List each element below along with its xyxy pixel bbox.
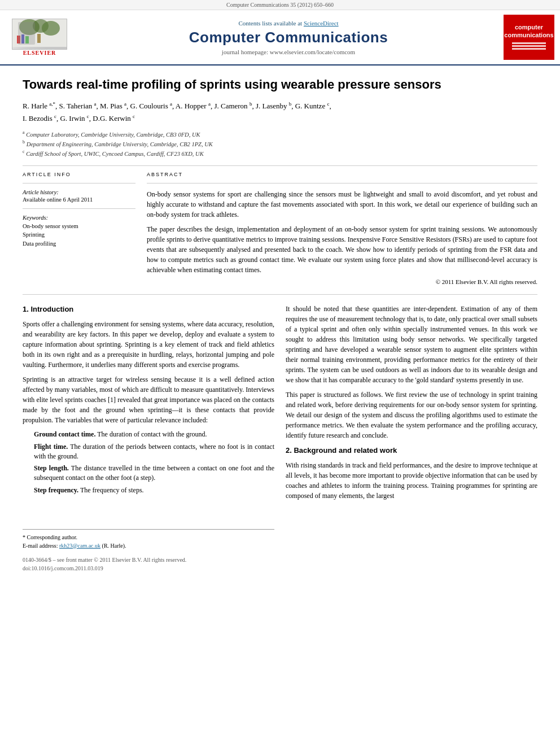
affiliations: a Computer Laboratory, Cambridge Univers… <box>23 129 537 159</box>
journal-reference-bar: Computer Communications 35 (2012) 650–66… <box>0 0 560 10</box>
journal-center: Contents lists available at ScienceDirec… <box>73 20 504 55</box>
divider-abstract <box>147 183 537 184</box>
def-step-length: The distance travelled in the time betwe… <box>34 464 274 482</box>
def-step-frequency: The frequency of steps. <box>80 486 144 494</box>
divider-keywords <box>23 208 135 209</box>
term-step-length: Step length. <box>34 464 69 472</box>
journal-homepage: journal homepage: www.elsevier.com/locat… <box>73 49 504 55</box>
divider-article-info <box>23 183 135 184</box>
info-abstract-section: ARTICLE INFO Article history: Available … <box>23 172 537 285</box>
email-person: (R. Harle). <box>102 543 126 549</box>
keyword-1: On-body sensor system <box>23 222 135 231</box>
article-info-label: ARTICLE INFO <box>23 172 135 177</box>
svg-rect-5 <box>17 36 20 43</box>
def-flight-time: The duration of the periods between cont… <box>34 443 274 460</box>
body-content: 1. Introduction Sports offer a challengi… <box>23 304 537 573</box>
def-ground-contact: The duration of contact with the ground. <box>97 430 207 438</box>
section2-heading: 2. Background and related work <box>286 445 537 456</box>
bottom-info: 0140-3664/$ – see front matter © 2011 El… <box>23 556 274 573</box>
list-item-ground-contact: Ground contact time. The duration of con… <box>34 430 274 439</box>
authors-line: R. Harle a,*, S. Taherian a, M. Pias a, … <box>23 100 537 125</box>
svg-rect-7 <box>25 36 29 43</box>
list-item-step-length: Step length. The distance travelled in t… <box>34 464 274 483</box>
list-item-step-frequency: Step frequency. The frequency of steps. <box>34 486 274 495</box>
elsevier-text: ELSEVIER <box>23 50 56 56</box>
elsevier-image <box>12 19 67 50</box>
term-step-frequency: Step frequency. <box>34 486 78 494</box>
svg-point-3 <box>42 21 60 36</box>
affiliation-b: b Department of Engineering, Cambridge U… <box>23 139 537 148</box>
corresponding-note: * Corresponding author. <box>23 533 274 541</box>
available-online: Available online 6 April 2011 <box>23 196 135 203</box>
section1-para-2: Sprinting is an attractive target for wi… <box>23 374 274 425</box>
keywords-label: Keywords: <box>23 215 135 221</box>
keyword-2: Sprinting <box>23 230 135 239</box>
history-label: Article history: <box>23 189 135 195</box>
doi-text: doi:10.1016/j.comcom.2011.03.019 <box>23 564 274 573</box>
issn-text: 0140-3664/$ – see front matter © 2011 El… <box>23 556 274 564</box>
elsevier-logo-container: ELSEVIER <box>6 19 73 56</box>
affiliation-a: a Computer Laboratory, Cambridge Univers… <box>23 129 537 139</box>
article-title: Towards real-time profiling of sprints u… <box>23 77 537 93</box>
list-item-flight-time: Flight time. The duration of the periods… <box>34 442 274 461</box>
footnote-area: * Corresponding author. E-mail address: … <box>23 529 274 550</box>
section1-heading: 1. Introduction <box>23 304 274 315</box>
email-label: E-mail address: <box>23 543 58 549</box>
sciencedirect-text: Contents lists available at ScienceDirec… <box>73 20 504 27</box>
section1-right-para-2: This paper is structured as follows. We … <box>286 390 537 440</box>
article-info-column: ARTICLE INFO Article history: Available … <box>23 172 135 285</box>
svg-rect-4 <box>37 34 41 43</box>
section2-para-1: With rising standards in track and field… <box>286 460 537 501</box>
sprint-metrics-list: Ground contact time. The duration of con… <box>34 430 274 495</box>
abstract-column: ABSTRACT On-body sensor systems for spor… <box>147 172 537 285</box>
abstract-text: On-body sensor systems for sport are cha… <box>147 189 537 275</box>
journal-header: ELSEVIER Contents lists available at Sci… <box>0 10 560 65</box>
main-content: Towards real-time profiling of sprints u… <box>0 65 560 584</box>
footnote-divider <box>23 529 274 530</box>
divider-1 <box>23 165 537 166</box>
abstract-para-1: On-body sensor systems for sport are cha… <box>147 189 537 220</box>
divider-body <box>23 294 537 295</box>
body-col-left: 1. Introduction Sports offer a challengi… <box>23 304 274 573</box>
affiliation-c: c Cardiff School of Sport, UWIC, Cyncoed… <box>23 148 537 158</box>
logo-right-title: computercommunications <box>504 24 553 38</box>
abstract-label: ABSTRACT <box>147 172 537 177</box>
svg-rect-6 <box>21 34 24 43</box>
journal-logo-right: computercommunications <box>504 15 554 60</box>
keyword-3: Data profiling <box>23 239 135 248</box>
journal-title: Computer Communications <box>73 29 504 46</box>
logo-lines <box>512 41 546 51</box>
journal-reference-text: Computer Communications 35 (2012) 650–66… <box>226 2 334 8</box>
term-flight-time: Flight time. <box>34 443 68 451</box>
email-address: rkh23@cam.ac.uk <box>59 543 100 549</box>
abstract-para-2: The paper describes the design, implemen… <box>147 224 537 275</box>
section1-right-para-1: It should be noted that these quantities… <box>286 304 537 385</box>
copyright-text: © 2011 Elsevier B.V. All rights reserved… <box>147 278 537 285</box>
email-note: E-mail address: rkh23@cam.ac.uk (R. Harl… <box>23 541 274 550</box>
term-ground-contact: Ground contact time. <box>34 430 95 438</box>
body-col-right: It should be noted that these quantities… <box>286 304 537 573</box>
section1-para-1: Sports offer a challenging environment f… <box>23 319 274 370</box>
